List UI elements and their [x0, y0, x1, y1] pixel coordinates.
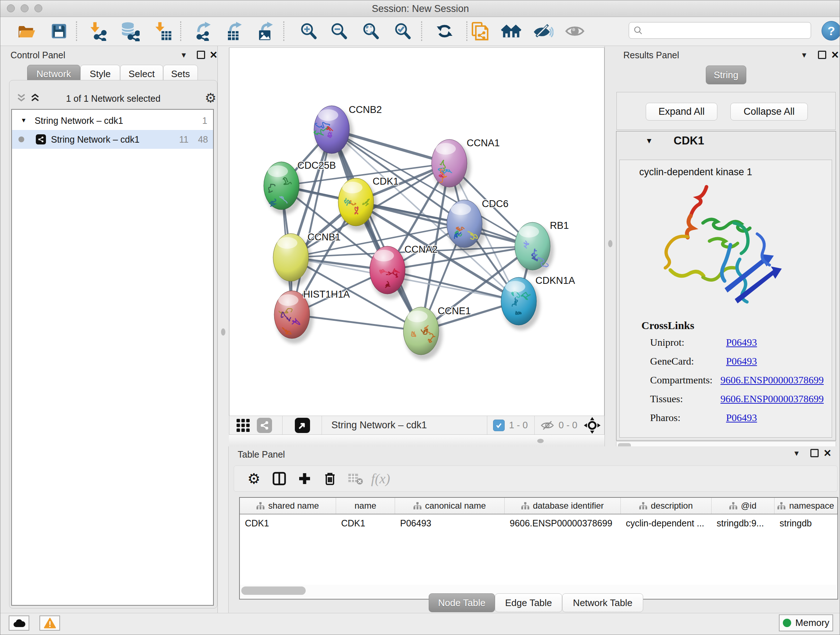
crosslink-link[interactable]: P06493: [726, 356, 757, 367]
table-panel-float-icon[interactable]: [810, 449, 819, 457]
table-panel-close-icon[interactable]: ✕: [823, 448, 832, 458]
node-table: shared namenamecanonical namedatabase id…: [239, 497, 838, 600]
network-edge-CCNB2-CCNE1[interactable]: [332, 130, 421, 331]
node-label-CDKN1A: CDKN1A: [535, 275, 575, 286]
export-network-icon[interactable]: [193, 20, 214, 42]
crosslink-link[interactable]: P06493: [726, 412, 757, 424]
network-canvas[interactable]: CCNB2CCNA1CDC25BCDK1CDC6RB1CCNB1CCNA2CDK…: [229, 48, 605, 416]
import-network-database-icon[interactable]: [118, 20, 141, 42]
zoom-out-icon[interactable]: [328, 20, 350, 42]
crosslink-link[interactable]: P06493: [726, 337, 757, 348]
table-row[interactable]: CDK1CDK1P064939606.ENSP00000378699cyclin…: [240, 515, 837, 532]
table-cell: CDK1: [336, 518, 395, 529]
table-panel-menu-arrow-icon[interactable]: ▼: [793, 449, 800, 458]
navigate-crosshair-icon[interactable]: [584, 417, 600, 434]
hidden-eye-icon[interactable]: [540, 419, 555, 432]
cloud-button[interactable]: [9, 616, 29, 631]
column-header-shared-name[interactable]: shared name: [240, 498, 336, 514]
show-all-eye-icon[interactable]: [564, 20, 586, 42]
window-title: Session: New Session: [0, 3, 840, 14]
network-node-CDC6[interactable]: CDC6: [447, 198, 508, 253]
grid-view-icon[interactable]: [236, 418, 250, 432]
help-button[interactable]: ?: [821, 21, 840, 41]
crosslink-row: Uniprot:P06493: [650, 337, 824, 348]
zoom-fit-icon[interactable]: [360, 20, 382, 42]
network-node-CCNA1[interactable]: CCNA1: [431, 138, 500, 192]
delete-table-icon[interactable]: [343, 468, 368, 489]
crosslink-label: Tissues:: [650, 393, 721, 405]
column-header-namespace[interactable]: namespace: [775, 498, 837, 514]
gear-icon[interactable]: ⚙: [205, 90, 216, 106]
network-node-CDKN1A[interactable]: CDKN1A: [501, 275, 575, 330]
tree-expand-icon[interactable]: ▼: [21, 117, 27, 124]
expand-all-button[interactable]: Expand All: [646, 103, 717, 120]
toolbar-separator: [283, 21, 284, 41]
results-panel-float-icon[interactable]: [818, 51, 826, 59]
save-session-icon[interactable]: [48, 20, 70, 42]
split-columns-icon[interactable]: [267, 468, 292, 489]
vertical-splitter[interactable]: [605, 46, 616, 447]
crosslink-link[interactable]: 9606.ENSP00000378699: [721, 374, 824, 386]
network-collection-row[interactable]: ▼ String Network – cdk1 1: [12, 111, 213, 130]
network-node-CCNB1[interactable]: CCNB1: [273, 232, 341, 287]
horizontal-splitter[interactable]: [229, 435, 605, 447]
toolbar-search[interactable]: [629, 22, 811, 39]
network-row-selected[interactable]: String Network – cdk1 11 48: [12, 130, 213, 149]
left-splitter-handle[interactable]: [221, 328, 225, 336]
collapse-all-button[interactable]: Collapse All: [730, 103, 808, 120]
control-panel-menu-arrow-icon[interactable]: ▼: [180, 51, 187, 59]
crosslink-link[interactable]: 9606.ENSP00000378699: [721, 393, 824, 405]
refresh-icon[interactable]: [434, 20, 455, 42]
zoom-selected-icon[interactable]: [392, 20, 414, 42]
tab-string[interactable]: String: [706, 65, 746, 84]
tab-node-table[interactable]: Node Table: [429, 593, 495, 612]
results-panel-close-icon[interactable]: ✕: [831, 50, 839, 60]
column-header-database-identifier[interactable]: database identifier: [505, 498, 621, 514]
export-table-icon[interactable]: [224, 20, 245, 42]
crosslinks-list: Uniprot:P06493GeneCard:P06493Compartment…: [650, 337, 824, 431]
column-header-label: canonical name: [425, 501, 486, 511]
export-image-arrow-icon: [256, 21, 275, 41]
node-label-CDC25B: CDC25B: [297, 160, 336, 171]
crosslink-label: Compartments:: [650, 374, 721, 386]
network-node-CCNB2[interactable]: CCNB2: [314, 104, 382, 158]
export-image-icon[interactable]: [255, 20, 276, 42]
function-builder-icon[interactable]: f(x): [368, 468, 393, 489]
table-hscroll-thumb[interactable]: [241, 586, 306, 595]
selected-checkbox-icon[interactable]: [493, 420, 505, 431]
column-header-name[interactable]: name: [336, 498, 395, 514]
zoom-in-icon[interactable]: [298, 20, 319, 42]
results-panel-menu-arrow-icon[interactable]: ▼: [801, 51, 808, 59]
first-neighbors-houses-icon[interactable]: [500, 20, 522, 42]
tab-network-table[interactable]: Network Table: [562, 593, 643, 612]
control-panel-close-icon[interactable]: ✕: [210, 50, 218, 60]
share-network-icon[interactable]: [257, 418, 272, 433]
add-column-icon[interactable]: [292, 468, 317, 489]
import-table-icon[interactable]: [152, 20, 174, 42]
network-node-RB1[interactable]: RB1: [515, 220, 569, 275]
search-input[interactable]: [643, 25, 800, 36]
memory-button[interactable]: Memory: [779, 614, 833, 631]
network-node-CDC25B[interactable]: CDC25B: [264, 160, 336, 215]
network-node-CCNE1[interactable]: CCNE1: [403, 306, 471, 360]
open-session-icon[interactable]: [16, 20, 37, 42]
warnings-button[interactable]: [39, 616, 60, 631]
protein-expand-icon[interactable]: ▼: [645, 136, 653, 145]
birdseye-view-icon[interactable]: [295, 418, 310, 433]
network-node-HIST1H1A[interactable]: HIST1H1A: [274, 289, 350, 344]
splitter-handle[interactable]: [537, 439, 544, 443]
table-settings-gear-icon[interactable]: ⚙: [241, 468, 267, 489]
delete-column-trash-icon[interactable]: [317, 468, 343, 489]
memory-label: Memory: [796, 617, 829, 629]
tab-edge-table[interactable]: Edge Table: [495, 593, 562, 612]
import-network-file-icon[interactable]: [86, 20, 108, 42]
column-header-description[interactable]: description: [621, 498, 712, 514]
crosslink-row: Compartments:9606.ENSP00000378699: [650, 374, 824, 386]
table-cell: P06493: [395, 518, 505, 529]
column-header--id[interactable]: @id: [712, 498, 775, 514]
control-panel-float-icon[interactable]: [197, 51, 205, 59]
column-header-canonical-name[interactable]: canonical name: [395, 498, 505, 514]
splitter-handle[interactable]: [608, 240, 613, 247]
hide-selected-eye-icon[interactable]: [532, 20, 554, 42]
copy-network-document-icon[interactable]: [469, 20, 491, 42]
